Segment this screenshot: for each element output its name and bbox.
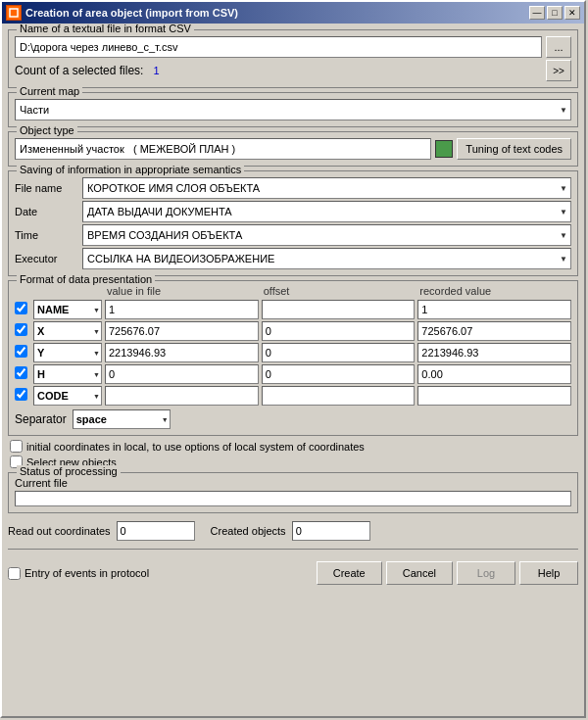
col-header-value: value in file [105,285,259,297]
read-value-input[interactable] [117,521,195,541]
h-checkbox[interactable] [15,366,27,379]
progress-bar-container [15,491,571,506]
x-field-select[interactable]: X [33,321,102,341]
code-recorded-input[interactable] [417,386,571,406]
name-field-select-wrapper[interactable]: NAME [33,300,102,319]
h-offset-input[interactable] [262,364,416,384]
initial-coords-label[interactable]: initial coordinates in local, to use opt… [10,440,576,453]
code-field-select-wrapper[interactable]: CODE [33,386,102,406]
x-recorded-input[interactable] [417,321,571,341]
main-window: Creation of area object (import from CSV… [0,0,586,718]
y-offset-input[interactable] [262,343,416,362]
stats-row: Read out coordinates Created objects [8,521,578,541]
browse-button[interactable]: ... [546,36,571,58]
code-value-input[interactable] [105,386,259,406]
x-checkbox[interactable] [15,323,27,336]
object-type-row: Tuning of text codes [15,138,571,160]
code-offset-input[interactable] [262,386,416,406]
time-row: Time ВРЕМЯ СОЗДАНИЯ ОБЪЕКТА [15,224,571,246]
h-recorded-input[interactable] [417,364,571,384]
separator-select[interactable]: space comma semicolon tab [73,409,171,429]
status-label: Status of processing [17,465,121,477]
object-type-label: Object type [17,124,77,136]
file-section-label: Name of a textual file in format CSV [17,24,194,34]
y-recorded-input[interactable] [417,343,571,362]
name-value-input[interactable] [105,300,259,319]
log-button[interactable]: Log [457,561,515,585]
map-section: Current map Части [8,92,578,127]
cancel-button[interactable]: Cancel [386,561,453,585]
protocol-text: Entry of events in protocol [24,567,149,579]
file-section: Name of a textual file in format CSV ...… [8,29,578,88]
filename-select[interactable]: КОРОТКОЕ ИМЯ СЛОЯ ОБЪЕКТА [82,177,571,199]
x-value-input[interactable] [105,321,259,341]
action-row: Entry of events in protocol Create Cance… [8,561,578,585]
content-area: Name of a textual file in format CSV ...… [2,24,584,716]
format-row-code: CODE [15,386,571,406]
filename-select-wrapper[interactable]: КОРОТКОЕ ИМЯ СЛОЯ ОБЪЕКТА [82,177,571,199]
name-recorded-input[interactable] [417,300,571,319]
y-field-select-wrapper[interactable]: Y [33,343,102,362]
minimize-button[interactable]: — [529,6,545,20]
code-checkbox[interactable] [15,388,27,401]
separator-label: Separator [15,412,67,426]
separator-row: Separator space comma semicolon tab [15,409,571,429]
h-field-select-wrapper[interactable]: H [33,364,102,384]
date-select-wrapper[interactable]: ДАТА ВЫДАЧИ ДОКУМЕНТА [82,201,571,222]
map-select[interactable]: Части [15,99,571,120]
format-row-y: Y [15,343,571,362]
filename-row: File name КОРОТКОЕ ИМЯ СЛОЯ ОБЪЕКТА [15,177,571,199]
h-field-select[interactable]: H [33,364,102,384]
x-offset-input[interactable] [262,321,416,341]
file-path-input[interactable] [15,36,542,58]
window-title: Creation of area object (import from CSV… [25,7,238,19]
executor-select[interactable]: ССЫЛКА НА ВИДЕОИЗОБРАЖЕНИЕ [82,248,571,269]
date-select[interactable]: ДАТА ВЫДАЧИ ДОКУМЕНТА [82,201,571,222]
protocol-label[interactable]: Entry of events in protocol [8,567,149,580]
tuning-button[interactable]: Tuning of text codes [457,138,571,160]
executor-select-wrapper[interactable]: ССЫЛКА НА ВИДЕОИЗОБРАЖЕНИЕ [82,248,571,269]
format-header: value in file offset recorded value [15,285,571,298]
y-value-input[interactable] [105,343,259,362]
created-label: Created objects [211,525,286,537]
protocol-checkbox[interactable] [8,567,21,580]
format-row-h: H [15,364,571,384]
count-value: 1 [153,65,159,76]
y-field-select[interactable]: Y [33,343,102,362]
format-section-label: Format of data presentation [17,273,155,285]
code-field-select[interactable]: CODE [33,386,102,406]
count-row: Count of a selected files: 1 >> [15,60,571,81]
title-bar: Creation of area object (import from CSV… [2,2,584,24]
created-value-input[interactable] [292,521,370,541]
separator-select-wrapper[interactable]: space comma semicolon tab [73,409,171,429]
name-field-select[interactable]: NAME [33,300,102,319]
time-select-wrapper[interactable]: ВРЕМЯ СОЗДАНИЯ ОБЪЕКТА [82,224,571,246]
initial-coords-checkbox[interactable] [10,440,23,453]
initial-coords-text: initial coordinates in local, to use opt… [26,441,365,453]
nav-button[interactable]: >> [546,60,571,81]
map-select-row: Части [15,99,571,120]
y-checkbox[interactable] [15,345,27,358]
executor-row: Executor ССЫЛКА НА ВИДЕОИЗОБРАЖЕНИЕ [15,248,571,269]
window-icon [6,5,22,21]
date-row: Date ДАТА ВЫДАЧИ ДОКУМЕНТА [15,201,571,222]
name-checkbox[interactable] [15,302,27,314]
status-section: Status of processing Current file [8,472,578,513]
close-button[interactable]: ✕ [564,6,580,20]
maximize-button[interactable]: □ [547,6,563,20]
time-label: Time [15,229,78,241]
name-offset-input[interactable] [262,300,416,319]
date-label: Date [15,206,78,217]
map-select-wrapper[interactable]: Части [15,99,571,120]
semantics-label: Saving of information in appropriate sem… [17,164,244,175]
semantics-section: Saving of information in appropriate sem… [8,170,578,276]
count-label: Count of a selected files: [15,64,143,77]
h-value-input[interactable] [105,364,259,384]
help-button[interactable]: Help [519,561,578,585]
format-row-name: NAME [15,300,571,319]
object-type-input[interactable] [15,138,431,160]
time-select[interactable]: ВРЕМЯ СОЗДАНИЯ ОБЪЕКТА [82,224,571,246]
create-button[interactable]: Create [317,561,382,585]
map-section-label: Current map [17,85,82,97]
x-field-select-wrapper[interactable]: X [33,321,102,341]
